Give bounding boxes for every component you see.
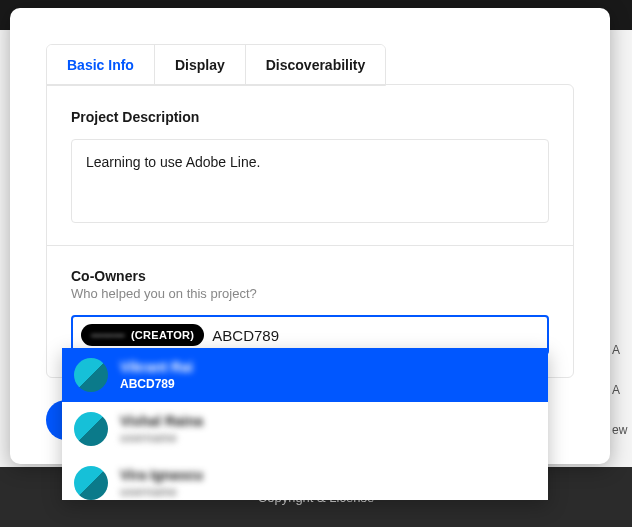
description-input[interactable]: Learning to use Adobe Line.: [71, 139, 549, 223]
dropdown-item-name: Vikrant Rai: [120, 359, 193, 375]
dropdown-item-sub: username: [120, 431, 203, 445]
coowners-label: Co-Owners: [71, 268, 549, 284]
obscured-side-text: A A ew: [612, 330, 632, 450]
description-value: Learning to use Adobe Line.: [86, 154, 260, 170]
avatar-icon: [74, 466, 108, 500]
dropdown-item-texts: Vishal Raina username: [120, 413, 203, 445]
dropdown-item[interactable]: Vikrant Rai ABCD789: [62, 348, 548, 402]
dropdown-scroll[interactable]: Vikrant Rai ABCD789 Vishal Raina usernam…: [62, 348, 548, 500]
tab-basic-info[interactable]: Basic Info: [47, 45, 155, 85]
creator-chip-role: (CREATOR): [131, 329, 194, 341]
tab-display[interactable]: Display: [155, 45, 246, 85]
coowners-section: Co-Owners Who helped you on this project…: [71, 268, 549, 301]
tab-bar: Basic Info Display Discoverability: [46, 44, 386, 86]
dropdown-item-sub: ABCD789: [120, 377, 193, 391]
dropdown-item-sub: username: [120, 485, 203, 499]
dropdown-item-texts: Vikrant Rai ABCD789: [120, 359, 193, 391]
dropdown-item-name: Vira Ignascu: [120, 467, 203, 483]
basic-info-panel: Project Description Learning to use Adob…: [46, 84, 574, 378]
section-divider: [47, 245, 573, 246]
coowners-sublabel: Who helped you on this project?: [71, 286, 549, 301]
creator-chip[interactable]: ——— (CREATOR): [81, 324, 204, 346]
avatar-icon: [74, 358, 108, 392]
coowners-text-input[interactable]: [212, 323, 539, 347]
tab-discoverability[interactable]: Discoverability: [246, 45, 386, 85]
avatar-icon: [74, 412, 108, 446]
description-section: Project Description: [71, 109, 549, 125]
creator-chip-name: ———: [91, 329, 125, 341]
dropdown-item[interactable]: Vishal Raina username: [62, 402, 548, 456]
dropdown-item[interactable]: Vira Ignascu username: [62, 456, 548, 500]
dropdown-item-texts: Vira Ignascu username: [120, 467, 203, 499]
dropdown-item-name: Vishal Raina: [120, 413, 203, 429]
coowners-autocomplete-dropdown: Vikrant Rai ABCD789 Vishal Raina usernam…: [62, 348, 548, 500]
description-label: Project Description: [71, 109, 549, 125]
